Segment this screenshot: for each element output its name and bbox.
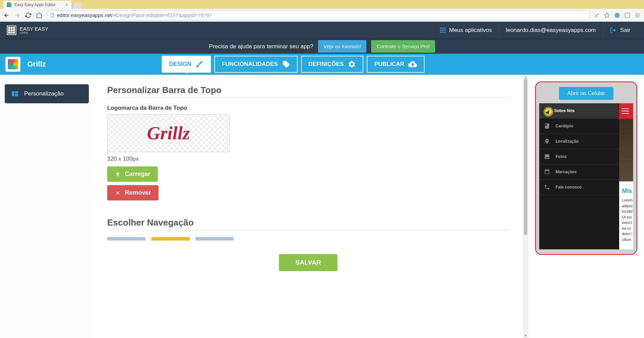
scrollbar[interactable]: ▲ ▼ — [523, 75, 528, 338]
section-title: Personalizar Barra de Topo — [107, 85, 509, 98]
close-icon — [115, 190, 121, 196]
hamburger-icon — [622, 111, 629, 111]
nav-choice-1[interactable] — [107, 237, 145, 241]
logout-link[interactable]: Sair — [603, 22, 637, 39]
editor-column: Personalizar Barra de Topo Logomarca da … — [94, 75, 523, 338]
cursor-highlight — [543, 107, 554, 117]
app-logo[interactable]: EASY EASY APPS — [7, 25, 48, 35]
menu-label: Marcações — [556, 170, 577, 174]
body: Personalização Personalizar Barra de Top… — [0, 75, 644, 338]
remove-button[interactable]: Remover — [107, 185, 159, 200]
nav-choice-3[interactable] — [196, 237, 234, 241]
svg-rect-3 — [635, 13, 640, 14]
menu-item-photos[interactable]: Fotos — [539, 149, 619, 164]
logout-icon — [610, 27, 616, 33]
forward-button[interactable] — [14, 12, 20, 18]
hamburger-button[interactable] — [617, 103, 633, 119]
menu-item-bookings[interactable]: Marcações — [539, 164, 619, 180]
browser-toolbar: editor.easyeasyapps.net/#DesignPlace:edi… — [0, 9, 644, 22]
brand-name: EASY EASY — [20, 26, 48, 31]
my-apps-label: Meus aplicativos — [449, 27, 492, 34]
upload-icon — [115, 171, 121, 177]
scroll-down-icon[interactable]: ▼ — [524, 334, 527, 337]
reload-button[interactable] — [25, 12, 31, 18]
extension-icon[interactable] — [614, 12, 620, 18]
star-icon[interactable] — [604, 12, 610, 18]
pointer-icon — [546, 109, 551, 114]
menu-item-menu[interactable]: Cardápio — [539, 119, 619, 134]
scroll-up-icon[interactable]: ▲ — [524, 75, 527, 79]
logout-label: Sair — [620, 27, 630, 34]
brand-sub: APPS — [20, 31, 48, 35]
browser-chrome: Easy Easy Apps Editor × editor.easyeasya… — [0, 0, 644, 22]
menu-item-about[interactable]: Sobre Nós — [539, 103, 619, 119]
tutorials-button[interactable]: Veja os tutoriais! — [318, 40, 366, 53]
app-icon[interactable] — [5, 57, 20, 72]
tab-design[interactable]: DESIGN — [162, 56, 211, 73]
svg-rect-6 — [12, 91, 14, 96]
menu-item-contact[interactable]: Fale conosco — [539, 180, 619, 195]
tab-title: Easy Easy Apps Editor — [14, 2, 55, 7]
phone-icon — [544, 184, 550, 190]
toolbar-icons — [594, 12, 641, 18]
upload-button[interactable]: Carregar — [107, 166, 158, 182]
menu-item-location[interactable]: Localização — [539, 134, 619, 149]
save-button[interactable]: SALVAR — [279, 254, 337, 271]
new-tab-button[interactable] — [73, 3, 82, 9]
pin-icon — [544, 138, 550, 144]
svg-rect-7 — [15, 91, 18, 93]
gear-icon — [348, 60, 356, 68]
banner-text: Precisa de ajuda para terminar seu app? — [209, 43, 313, 50]
tab-bar: Easy Easy Apps Editor × — [0, 0, 644, 9]
url-bar[interactable]: editor.easyeasyapps.net/#DesignPlace:edi… — [47, 11, 590, 20]
brush-icon — [195, 60, 203, 68]
help-banner: Precisa de ajuda para terminar seu app? … — [0, 39, 644, 54]
home-button[interactable] — [36, 12, 42, 18]
fullscreen-icon[interactable] — [624, 12, 630, 18]
menu-label: Fotos — [556, 154, 567, 159]
apps-grid-icon — [440, 28, 446, 33]
svg-rect-8 — [15, 94, 18, 96]
sidebar: Personalização — [0, 75, 94, 338]
logo-grid-icon — [7, 25, 16, 35]
browser-tab[interactable]: Easy Easy Apps Editor × — [3, 1, 71, 9]
menu-label: Localização — [556, 139, 579, 144]
menu-label: Fale conosco — [556, 185, 582, 190]
layout-icon — [11, 90, 19, 97]
tab-close-icon[interactable]: × — [65, 2, 68, 7]
key-icon[interactable] — [594, 13, 600, 18]
main-area: Personalizar Barra de Topo Logomarca da … — [94, 75, 644, 338]
url-text: editor.easyeasyapps.net/#DesignPlace:edi… — [57, 12, 212, 18]
tab-features[interactable]: FUNCIONALIDADES — [214, 56, 297, 73]
preview-column: Abrir no Celular Sobre Nós Ca — [528, 75, 644, 338]
open-mobile-button[interactable]: Abrir no Celular — [559, 87, 613, 100]
phone-content: Mis Lorem adipisi incidid Ut eni exerci … — [619, 181, 633, 249]
my-apps-link[interactable]: Meus aplicativos — [433, 22, 499, 39]
pro-service-button[interactable]: Contrate o Serviço Pro! — [371, 40, 435, 53]
phone-menu: Sobre Nós Cardápio Localização Foto — [539, 103, 619, 195]
scroll-thumb[interactable] — [524, 79, 527, 235]
main-nav: Grillz DESIGN FUNCIONALIDADES DEFINIÇÕES… — [0, 54, 644, 75]
tag-icon — [282, 60, 290, 68]
tab-publish[interactable]: PUBLICAR — [367, 56, 425, 73]
nav-section-title: Escolher Navegação — [107, 217, 509, 230]
tab-settings[interactable]: DEFINIÇÕES — [301, 56, 364, 73]
content-title: Mis — [622, 188, 633, 195]
menu-icon[interactable] — [634, 12, 641, 18]
logo-preview[interactable]: Grillz — [107, 114, 230, 152]
book-icon — [544, 123, 550, 129]
app-name: Grillz — [27, 60, 46, 69]
back-button[interactable] — [3, 12, 10, 18]
logo-text: Grillz — [147, 123, 190, 144]
user-email[interactable]: leonardo.dias@easyeasyapps.com — [499, 22, 603, 39]
nav-choice-2[interactable] — [151, 237, 189, 241]
sidebar-item-personalization[interactable]: Personalização — [5, 84, 89, 103]
svg-point-1 — [615, 13, 620, 18]
preview-frame: Abrir no Celular Sobre Nós Ca — [535, 82, 637, 255]
nav-choices — [107, 237, 509, 241]
phone-screen: Sobre Nós Cardápio Localização Foto — [539, 103, 633, 249]
content-body: Lorem adipisi incidid Ut eni exerci ea c… — [622, 197, 633, 242]
svg-rect-5 — [635, 16, 640, 17]
svg-rect-2 — [625, 13, 630, 18]
menu-label: Sobre Nós — [554, 108, 575, 113]
